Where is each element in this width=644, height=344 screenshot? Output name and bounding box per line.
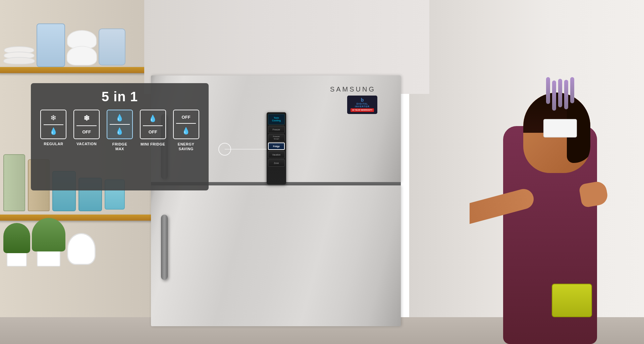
fridge-bottom-door <box>151 185 401 326</box>
shelf-plants <box>0 220 144 267</box>
panel-btn-zone[interactable]: Zone <box>268 159 285 167</box>
mode-mini-fridge: 💧 OFF MINI FRIDGE <box>137 110 169 147</box>
door-handle-bottom[interactable] <box>161 215 168 280</box>
panel-btn-freezer[interactable]: Freezer <box>268 126 285 133</box>
mini-fridge-label: MINI FRIDGE <box>141 142 165 147</box>
regular-icon-box: ❄ 💧 <box>40 110 66 139</box>
mode-vacation: ❄ OFF VACATION <box>71 110 103 146</box>
vacation-icon-box: ❄ OFF <box>73 110 100 139</box>
plant-top-right <box>537 77 584 137</box>
energy-saving-label: ENERGY SAVING <box>170 142 202 152</box>
panel-btn-fridge[interactable]: Fridge <box>268 142 285 150</box>
warranty-badge: 10 YEAR WARRANTY <box>351 108 374 112</box>
overlay-title: 5 in 1 <box>38 89 202 104</box>
badge-digital-text: DIGITALINVERTER <box>355 103 369 108</box>
shelf-board-top <box>0 67 154 73</box>
storage-box-right <box>552 284 592 317</box>
drop-icon-fridgemax-bottom: 💧 <box>115 128 124 134</box>
digital-inverter-badge: b DIGITALINVERTER 10 YEAR WARRANTY <box>347 96 377 114</box>
energy-saving-icon-box: OFF 💧 <box>173 110 199 139</box>
panel-btn-freezer-smart[interactable]: FreezerSmart <box>268 134 285 141</box>
mode-regular: ❄ 💧 REGULAR <box>38 110 69 146</box>
regular-label: REGULAR <box>44 142 63 146</box>
panel-btn-vacation[interactable]: Vacation <box>268 151 285 158</box>
badge-b-icon: b <box>361 98 364 102</box>
drop-icon-fridgemax-top: 💧 <box>115 114 124 121</box>
mode-fridge-max: 💧 💧 FRIDGEMAX <box>104 110 136 152</box>
drop-icon-minifridge-top: 💧 <box>149 115 157 122</box>
off-text-minifridge: OFF <box>149 130 157 134</box>
off-text-energy-top: OFF <box>182 115 191 119</box>
vacation-label: VACATION <box>76 142 97 146</box>
fridge-max-label: FRIDGEMAX <box>112 142 127 152</box>
feature-overlay-panel: 5 in 1 ❄ 💧 REGULAR ❄ OFF VACATION <box>31 83 209 190</box>
snowflake-icon-vacation-top: ❄ <box>84 115 90 122</box>
shelf-items-top <box>3 23 144 67</box>
mode-energy-saving: OFF 💧 ENERGY SAVING <box>170 110 202 152</box>
control-panel[interactable]: TwinCooling Freezer FreezerSmart Fridge … <box>267 112 286 184</box>
drop-icon-regular-bottom: 💧 <box>49 128 58 134</box>
fridge-max-icon-box: 💧 💧 <box>107 110 133 139</box>
mini-fridge-icon-box: 💧 OFF <box>140 110 166 139</box>
samsung-brand-logo: SAMSUNG <box>330 85 376 93</box>
off-text-vacation: OFF <box>82 130 91 134</box>
drop-icon-energy-bottom: 💧 <box>182 127 190 134</box>
snowflake-icon-regular-top: ❄ <box>50 114 56 122</box>
modes-row: ❄ 💧 REGULAR ❄ OFF VACATION 💧 <box>38 110 202 152</box>
panel-display: TwinCooling <box>268 114 285 125</box>
